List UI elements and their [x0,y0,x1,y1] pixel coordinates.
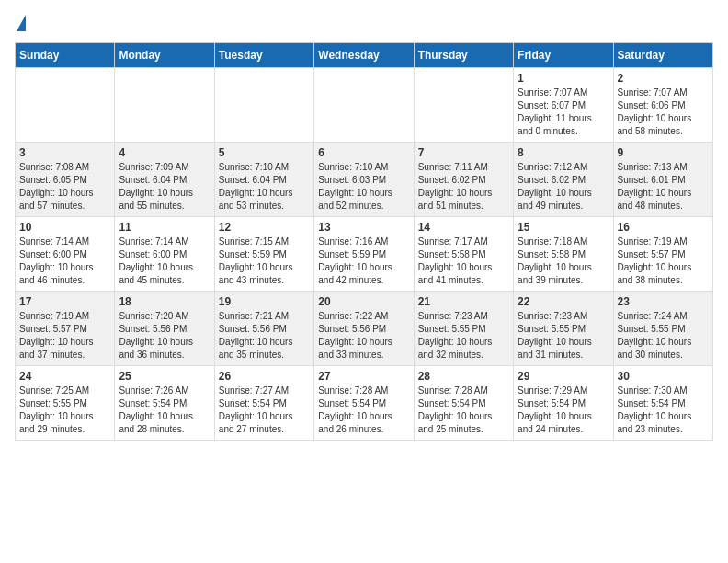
calendar-cell: 22Sunrise: 7:23 AM Sunset: 5:55 PM Dayli… [514,292,613,366]
calendar-cell: 8Sunrise: 7:12 AM Sunset: 6:02 PM Daylig… [514,143,613,217]
day-number: 7 [418,146,509,159]
day-info: Sunrise: 7:19 AM Sunset: 5:57 PM Dayligh… [19,310,110,362]
day-info: Sunrise: 7:28 AM Sunset: 5:54 PM Dayligh… [418,385,509,436]
logo-triangle-icon [17,15,26,31]
calendar-cell: 1Sunrise: 7:07 AM Sunset: 6:07 PM Daylig… [514,68,613,143]
calendar-cell: 21Sunrise: 7:23 AM Sunset: 5:55 PM Dayli… [414,292,513,366]
day-info: Sunrise: 7:15 AM Sunset: 5:59 PM Dayligh… [219,236,310,287]
page-header [15,15,713,31]
day-info: Sunrise: 7:13 AM Sunset: 6:01 PM Dayligh… [618,161,709,213]
calendar-cell [214,68,313,143]
day-number: 17 [19,295,110,308]
calendar-cell: 9Sunrise: 7:13 AM Sunset: 6:01 PM Daylig… [613,143,712,217]
day-number: 29 [518,370,609,383]
day-info: Sunrise: 7:26 AM Sunset: 5:54 PM Dayligh… [119,385,210,436]
day-number: 3 [19,146,110,159]
day-number: 27 [318,370,409,383]
day-number: 28 [418,370,509,383]
day-number: 14 [418,221,509,234]
calendar-cell: 4Sunrise: 7:09 AM Sunset: 6:04 PM Daylig… [115,143,214,217]
day-info: Sunrise: 7:23 AM Sunset: 5:55 PM Dayligh… [418,310,509,362]
calendar-cell: 15Sunrise: 7:18 AM Sunset: 5:58 PM Dayli… [514,217,613,292]
day-info: Sunrise: 7:28 AM Sunset: 5:54 PM Dayligh… [318,385,409,436]
day-info: Sunrise: 7:12 AM Sunset: 6:02 PM Dayligh… [518,161,609,213]
weekday-header-cell: Tuesday [214,43,313,68]
day-info: Sunrise: 7:20 AM Sunset: 5:56 PM Dayligh… [119,310,210,362]
calendar-cell: 19Sunrise: 7:21 AM Sunset: 5:56 PM Dayli… [214,292,313,366]
weekday-header-cell: Thursday [414,43,513,68]
day-number: 2 [618,72,709,85]
day-number: 11 [119,221,210,234]
day-info: Sunrise: 7:23 AM Sunset: 5:55 PM Dayligh… [518,310,609,362]
calendar-cell: 13Sunrise: 7:16 AM Sunset: 5:59 PM Dayli… [314,217,414,292]
day-number: 24 [19,370,110,383]
day-number: 22 [518,295,609,308]
day-number: 8 [518,146,609,159]
calendar-cell [414,68,513,143]
day-number: 26 [219,370,310,383]
calendar-cell [314,68,414,143]
weekday-header-cell: Wednesday [314,43,414,68]
day-number: 9 [618,146,709,159]
calendar-table: SundayMondayTuesdayWednesdayThursdayFrid… [15,42,713,441]
day-info: Sunrise: 7:27 AM Sunset: 5:54 PM Dayligh… [219,385,310,436]
calendar-cell: 10Sunrise: 7:14 AM Sunset: 6:00 PM Dayli… [16,217,115,292]
day-info: Sunrise: 7:10 AM Sunset: 6:03 PM Dayligh… [318,161,409,213]
calendar-body: 1Sunrise: 7:07 AM Sunset: 6:07 PM Daylig… [16,68,713,441]
day-number: 30 [618,370,709,383]
day-number: 16 [618,221,709,234]
day-number: 13 [318,221,409,234]
calendar-cell [115,68,214,143]
calendar-cell: 6Sunrise: 7:10 AM Sunset: 6:03 PM Daylig… [314,143,414,217]
day-info: Sunrise: 7:24 AM Sunset: 5:55 PM Dayligh… [618,310,709,362]
calendar-cell: 18Sunrise: 7:20 AM Sunset: 5:56 PM Dayli… [115,292,214,366]
weekday-header-cell: Friday [514,43,613,68]
day-info: Sunrise: 7:07 AM Sunset: 6:06 PM Dayligh… [618,86,709,138]
day-info: Sunrise: 7:19 AM Sunset: 5:57 PM Dayligh… [618,236,709,287]
calendar-cell: 5Sunrise: 7:10 AM Sunset: 6:04 PM Daylig… [214,143,313,217]
day-number: 21 [418,295,509,308]
calendar-week-row: 10Sunrise: 7:14 AM Sunset: 6:00 PM Dayli… [16,217,713,292]
day-info: Sunrise: 7:25 AM Sunset: 5:55 PM Dayligh… [19,385,110,436]
day-number: 20 [318,295,409,308]
day-number: 4 [119,146,210,159]
logo [15,15,26,31]
day-number: 10 [19,221,110,234]
day-number: 25 [119,370,210,383]
calendar-cell: 28Sunrise: 7:28 AM Sunset: 5:54 PM Dayli… [414,366,513,441]
day-number: 5 [219,146,310,159]
day-info: Sunrise: 7:11 AM Sunset: 6:02 PM Dayligh… [418,161,509,213]
calendar-cell: 30Sunrise: 7:30 AM Sunset: 5:54 PM Dayli… [613,366,712,441]
calendar-cell [16,68,115,143]
day-number: 18 [119,295,210,308]
calendar-cell: 16Sunrise: 7:19 AM Sunset: 5:57 PM Dayli… [613,217,712,292]
day-info: Sunrise: 7:30 AM Sunset: 5:54 PM Dayligh… [618,385,709,436]
day-info: Sunrise: 7:21 AM Sunset: 5:56 PM Dayligh… [219,310,310,362]
day-number: 12 [219,221,310,234]
calendar-cell: 24Sunrise: 7:25 AM Sunset: 5:55 PM Dayli… [16,366,115,441]
day-info: Sunrise: 7:22 AM Sunset: 5:56 PM Dayligh… [318,310,409,362]
weekday-header-row: SundayMondayTuesdayWednesdayThursdayFrid… [16,43,713,68]
day-number: 6 [318,146,409,159]
weekday-header-cell: Saturday [613,43,712,68]
calendar-cell: 27Sunrise: 7:28 AM Sunset: 5:54 PM Dayli… [314,366,414,441]
day-info: Sunrise: 7:17 AM Sunset: 5:58 PM Dayligh… [418,236,509,287]
calendar-cell: 12Sunrise: 7:15 AM Sunset: 5:59 PM Dayli… [214,217,313,292]
day-number: 15 [518,221,609,234]
day-info: Sunrise: 7:08 AM Sunset: 6:05 PM Dayligh… [19,161,110,213]
calendar-cell: 29Sunrise: 7:29 AM Sunset: 5:54 PM Dayli… [514,366,613,441]
day-info: Sunrise: 7:16 AM Sunset: 5:59 PM Dayligh… [318,236,409,287]
day-info: Sunrise: 7:10 AM Sunset: 6:04 PM Dayligh… [219,161,310,213]
calendar-cell: 2Sunrise: 7:07 AM Sunset: 6:06 PM Daylig… [613,68,712,143]
day-number: 23 [618,295,709,308]
calendar-cell: 11Sunrise: 7:14 AM Sunset: 6:00 PM Dayli… [115,217,214,292]
calendar-cell: 7Sunrise: 7:11 AM Sunset: 6:02 PM Daylig… [414,143,513,217]
weekday-header-cell: Sunday [16,43,115,68]
calendar-week-row: 17Sunrise: 7:19 AM Sunset: 5:57 PM Dayli… [16,292,713,366]
calendar-cell: 23Sunrise: 7:24 AM Sunset: 5:55 PM Dayli… [613,292,712,366]
day-info: Sunrise: 7:14 AM Sunset: 6:00 PM Dayligh… [19,236,110,287]
weekday-header-cell: Monday [115,43,214,68]
calendar-week-row: 24Sunrise: 7:25 AM Sunset: 5:55 PM Dayli… [16,366,713,441]
calendar-cell: 25Sunrise: 7:26 AM Sunset: 5:54 PM Dayli… [115,366,214,441]
day-info: Sunrise: 7:09 AM Sunset: 6:04 PM Dayligh… [119,161,210,213]
